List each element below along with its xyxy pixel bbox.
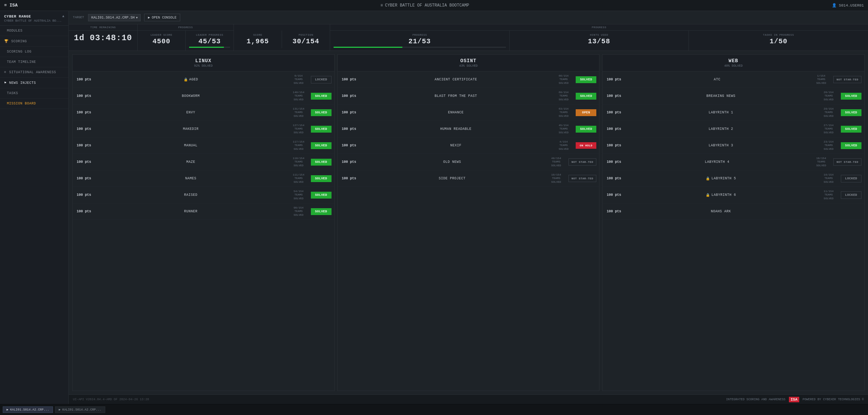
challenge-noahs-ark[interactable]: 100 pts NOAHS ARK: [603, 203, 864, 220]
time-remaining-cell: 1d 03:48:10: [69, 31, 137, 45]
position-value: 30/154: [285, 37, 326, 45]
old-news-status: NOT STAR-TED: [568, 158, 597, 166]
runner-pts: 100 pts: [75, 210, 93, 213]
challenge-nexif[interactable]: 100 pts NEXIF 4/154TEAMSSOLVED ON HOLD: [338, 137, 599, 154]
sidebar-item-scoring[interactable]: 🏆 SCORING: [0, 36, 68, 47]
challenge-labyrinth3[interactable]: 100 pts LABYRINTH 3 23/154TEAMSSOLVED SO…: [603, 137, 864, 154]
labyrinth3-status: SOLVED: [841, 142, 861, 149]
app-title: ISA: [10, 3, 18, 8]
target-value: KALI01.S014.A2.CRP.SH: [91, 16, 134, 20]
challenge-manual[interactable]: 100 pts MANUAL 117/154TEAMSSOLVED SOLVED: [73, 137, 334, 154]
hamburger-icon[interactable]: ≡: [4, 3, 7, 8]
sidebar-label-news-injects: NEWS INJECTS: [9, 81, 36, 85]
linux-subtitle: 92% SOLVED: [76, 64, 331, 68]
runner-teams: 98/154TEAMSSOLVED: [289, 206, 308, 217]
enhance-pts: 100 pts: [340, 111, 358, 114]
old-news-teams: 48/154TEAMSSOLVED: [547, 157, 566, 167]
challenge-raised[interactable]: 100 pts RAISED 54/154TEAMSSOLVED SOLVED: [73, 187, 334, 203]
challenge-labyrinth2[interactable]: 100 pts LABYRINTH 2 27/154TEAMSSOLVED SO…: [603, 121, 864, 137]
sidebar-item-tasks[interactable]: TASKS: [0, 88, 68, 99]
nexif-pts: 100 pts: [340, 144, 358, 147]
challenge-human-readable[interactable]: 100 pts HUMAN READABLE 45/154TEAMSSOLVED…: [338, 121, 599, 137]
challenge-enhance[interactable]: 100 pts ENHANCE 63/154TEAMSSOLVED OPEN: [338, 104, 599, 121]
target-selector[interactable]: KALI01.S014.A2.CRP.SH ▼: [88, 14, 141, 21]
challenge-side-project[interactable]: 100 pts SIDE PROJECT 10/154TEAMSSOLVED N…: [338, 170, 599, 187]
sidebar-label-team-timeline: TEAM TIMELINE: [7, 60, 36, 64]
aged-name: 🔒 AGED: [95, 78, 286, 82]
challenge-labyrinth4[interactable]: 100 pts LABYRINTH 4 18/154TEAMSSOLVED NO…: [603, 154, 864, 170]
sidebar-item-news-injects[interactable]: ⚑ NEWS INJECTS: [0, 78, 68, 88]
score-cell: SCORE 1,965: [234, 31, 282, 48]
content-area: LINUX 92% SOLVED 100 pts 🔒 AGED 0/154TEA…: [69, 51, 868, 394]
sidebar-item-team-timeline[interactable]: TEAM TIMELINE: [0, 57, 68, 67]
username: S014.USER01: [839, 3, 864, 8]
enhance-name: ENHANCE: [360, 111, 552, 114]
challenge-runner[interactable]: 100 pts RUNNER 98/154TEAMSSOLVED SOLVED: [73, 203, 334, 220]
runner-name: RUNNER: [95, 210, 286, 213]
sidebar-item-mission-board[interactable]: MISSION BOARD: [0, 99, 68, 109]
challenge-old-news[interactable]: 100 pts OLD NEWS 48/154TEAMSSOLVED NOT S…: [338, 154, 599, 170]
labyrinth6-pts: 100 pts: [605, 193, 622, 197]
sidebar-item-scoring-log[interactable]: SCORING LOG: [0, 47, 68, 57]
terminal-icon-2: ▶: [59, 408, 61, 412]
ancient-cert-name: ANCIENT CERTIFICATE: [360, 78, 552, 81]
sidebar-toggle[interactable]: ▲: [62, 14, 64, 18]
names-pts: 100 pts: [75, 177, 93, 180]
makedir-teams: 127/154TEAMSSOLVED: [289, 124, 308, 134]
linux-title: LINUX: [76, 58, 331, 64]
tasks-cell: TASKS IN PROGRESS 1/50: [689, 31, 868, 51]
challenge-atc[interactable]: 100 pts ATC 1/154TEAMSSOLVED NOT STAR-TE…: [603, 71, 864, 88]
lock-icon-l5: 🔒: [706, 177, 710, 181]
atc-name: ATC: [625, 78, 809, 81]
progress2-cell: PROGRESS 21/53: [330, 31, 510, 51]
top-bar: ≡ ISA ≡ CYBER BATTLE OF AUSTRALIA BOOTCA…: [0, 0, 868, 11]
challenge-bookworm[interactable]: 100 pts BOOKWORM 140/154TEAMSSOLVED SOLV…: [73, 88, 334, 104]
challenge-maze[interactable]: 100 pts MAZE 118/154TEAMSSOLVED SOLVED: [73, 154, 334, 170]
target-label: TARGET: [73, 16, 84, 19]
sidebar: ▲ CYBER RANGE CYBER BATTLE OF AUSTRALIA …: [0, 11, 69, 404]
linux-column: LINUX 92% SOLVED 100 pts 🔒 AGED 0/154TEA…: [72, 54, 335, 391]
side-project-name: SIDE PROJECT: [360, 177, 544, 180]
blast-past-name: BLAST FROM THE PAST: [360, 94, 552, 98]
labyrinth5-pts: 100 pts: [605, 177, 622, 180]
challenge-breaking-news[interactable]: 100 pts BREAKING NEWS 20/154TEAMSSOLVED …: [603, 88, 864, 104]
challenge-labyrinth6[interactable]: 100 pts 🔒 LABYRINTH 6 11/154TEAMSSOLVED …: [603, 187, 864, 203]
sidebar-label-mission-board: MISSION BOARD: [7, 102, 36, 105]
labyrinth4-status: NOT STAR-TED: [833, 158, 861, 166]
challenge-envy[interactable]: 100 pts ENVY 131/154TEAMSSOLVED SOLVED: [73, 104, 334, 121]
challenge-makedir[interactable]: 100 pts MAKEDIR 127/154TEAMSSOLVED SOLVE…: [73, 121, 334, 137]
enhance-teams: 63/154TEAMSSOLVED: [554, 107, 573, 118]
runner-status: SOLVED: [311, 208, 332, 215]
flag-icon: ⚑: [4, 81, 7, 85]
sidebar-item-modules[interactable]: MODULES: [0, 26, 68, 36]
sidebar-item-situational-awareness[interactable]: ≡ SITUATIONAL AWARENESS: [0, 67, 68, 78]
stat-time-remaining: TIME REMAINING 1d 03:48:10: [69, 24, 138, 51]
app-title-area: ≡ ISA: [4, 3, 18, 8]
osint-title: OSINT: [341, 58, 596, 64]
stat-score-position: - SCORE 1,965 POSITION 30/154: [234, 24, 330, 51]
side-project-teams: 10/154TEAMSSOLVED: [547, 173, 566, 184]
taskbar-item-kali-active[interactable]: ▶ KALI01.S014.A2.CRP...: [3, 406, 53, 413]
taskbar: ▶ KALI01.S014.A2.CRP... ▶ KALI01.S014.A2…: [0, 404, 868, 415]
human-readable-name: HUMAN READABLE: [360, 127, 552, 131]
challenge-ancient-cert[interactable]: 100 pts ANCIENT CERTIFICATE 66/154TEAMSS…: [338, 71, 599, 88]
title-icon: ≡: [380, 3, 383, 8]
noahs-ark-name: NOAHS ARK: [625, 210, 816, 213]
challenge-names[interactable]: 100 pts NAMES 111/154TEAMSSOLVED SOLVED: [73, 170, 334, 187]
challenge-labyrinth1[interactable]: 100 pts LABYRINTH 1 29/154TEAMSSOLVED SO…: [603, 104, 864, 121]
leader-progress-cell: LEADER PROGRESS 45/53: [186, 31, 234, 51]
hints-value: 13/58: [513, 37, 685, 45]
open-console-button[interactable]: ▶ OPEN CONSOLE: [144, 14, 180, 21]
challenge-blast-past[interactable]: 100 pts BLAST FROM THE PAST 69/154TEAMSS…: [338, 88, 599, 104]
leader-progress-bar-container: [189, 47, 230, 48]
time-remaining-value: 1d 03:48:10: [72, 33, 134, 43]
position-cell: POSITION 30/154: [282, 31, 330, 48]
taskbar-item-kali-2[interactable]: ▶ KALI01.S014.A2.CRP...: [55, 406, 105, 413]
challenge-labyrinth5[interactable]: 100 pts 🔒 LABYRINTH 5 16/154TEAMSSOLVED …: [603, 170, 864, 187]
challenge-aged[interactable]: 100 pts 🔒 AGED 0/154TEAMSSOLVED LOCKED: [73, 71, 334, 88]
stat-progress-personal: PROGRESS PROGRESS 21/53 HINTS USED 13/58: [330, 24, 868, 51]
bookworm-name: BOOKWORM: [95, 94, 286, 98]
nexif-status: ON HOLD: [576, 142, 596, 149]
situational-icon: ≡: [4, 70, 7, 74]
page-title: CYBER BATTLE OF AUSTRALIA BOOTCAMP: [385, 3, 469, 8]
